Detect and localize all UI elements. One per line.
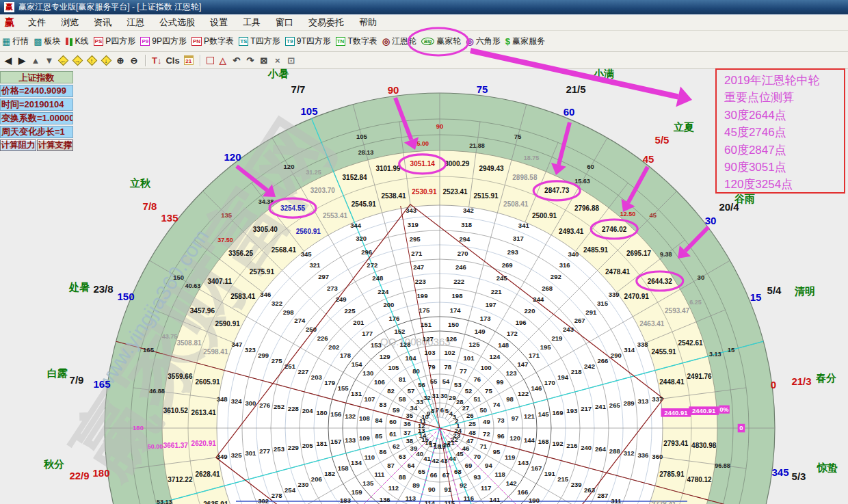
tool-label-service: 赢家服务	[512, 36, 545, 47]
menubar-logo: 赢	[5, 16, 14, 29]
move-up-icon[interactable]: ↑	[87, 55, 98, 66]
menu-item-window[interactable]: 窗口	[268, 16, 301, 29]
menu-item-browse[interactable]: 浏览	[53, 16, 86, 29]
toolbar-separator	[200, 55, 200, 66]
main-toolbar: ▦行情▩板块K线PSP四方形P99P四方形PNP数字表TST四方形T99T四方形…	[0, 31, 848, 52]
tool-label-gann-wheel: 江恩轮	[392, 36, 416, 47]
tool-label-winner-wheel: 赢家轮	[436, 36, 461, 47]
badge-icon: PS	[94, 37, 104, 46]
move-left-icon[interactable]: ←	[58, 55, 69, 66]
instrument-title: 上证指数	[0, 71, 73, 83]
note-line-4: 60度2847点	[724, 142, 844, 159]
move-down-icon[interactable]: ↓	[101, 55, 112, 66]
tool-label-sectors: 板块	[44, 36, 61, 47]
info-row-1: 时间=20190104	[0, 98, 73, 111]
page-last-icon[interactable]: ▶	[17, 56, 27, 65]
rotate-ccw-icon[interactable]: ↶	[232, 56, 241, 65]
badge-icon: TN	[336, 37, 346, 46]
info-panel: 上证指数 价格=2440.9099时间=20190104变换系数=1.00000…	[0, 71, 73, 151]
rotate-cw-icon[interactable]: ↷	[246, 56, 255, 65]
tool-label-t-square: T四方形	[250, 36, 280, 47]
tool-label-quotes: 行情	[12, 36, 29, 47]
draw-triangle-icon[interactable]: △	[218, 56, 228, 65]
tool-label-9p-square: 9P四方形	[152, 36, 187, 47]
zoom-in-icon[interactable]: ⊕	[116, 56, 125, 65]
target-icon: ◎	[466, 37, 473, 46]
menubar: 赢 文件浏览资讯江恩公式选股设置工具窗口交易委托帮助	[0, 15, 848, 31]
tool-label-9t-square: 9T四方形	[297, 36, 331, 47]
tool-gann-wheel[interactable]: ◎江恩轮	[382, 36, 416, 47]
menu-item-news[interactable]: 资讯	[86, 16, 119, 29]
tool-label-p-square: P四方形	[105, 36, 135, 47]
tool-9p-square[interactable]: P99P四方形	[140, 36, 187, 47]
target-icon: ◎	[382, 37, 390, 46]
tool-kline[interactable]: K线	[66, 36, 89, 47]
badge-icon: PN	[191, 37, 202, 46]
tool-t-table[interactable]: TNT数字表	[336, 36, 377, 47]
annotation-note-box: 2019年江恩轮中轮重要点位测算30度2644点45度2746点60度2847点…	[715, 68, 845, 194]
tool-label-t-table: T数字表	[347, 36, 377, 47]
page-first-icon[interactable]: ◀	[3, 56, 13, 65]
tool-9t-square[interactable]: T99T四方形	[285, 36, 331, 47]
draw-square-icon[interactable]	[207, 57, 214, 64]
toolbar-separator	[145, 55, 146, 66]
tool-label-hexagon: 六角形	[476, 36, 501, 47]
info-row-3: 周天变化步长=1	[0, 126, 73, 138]
tool-label-kline: K线	[75, 36, 89, 47]
tool-t-square[interactable]: TST四方形	[239, 36, 280, 47]
info-row-0: 价格=2440.9099	[0, 85, 73, 97]
board-icon[interactable]: ⊡	[287, 56, 296, 65]
menu-item-gann[interactable]: 江恩	[119, 16, 152, 29]
calendar-icon[interactable]: 21	[184, 55, 194, 65]
tool-p-square[interactable]: PSP四方形	[94, 36, 136, 47]
zoom-out-icon[interactable]: ⊖	[129, 56, 139, 65]
app-icon: 赢	[4, 2, 14, 12]
tool-hexagon[interactable]: ◎六角形	[466, 36, 500, 47]
kline-icon	[66, 38, 68, 45]
tool-winner-wheel[interactable]: Big赢家轮	[421, 36, 461, 47]
badge-icon: P9	[140, 37, 150, 46]
cls-icon[interactable]: Cls	[165, 56, 179, 65]
menubar-items: 文件浏览资讯江恩公式选股设置工具窗口交易委托帮助	[21, 16, 384, 29]
flip-up-icon[interactable]: ▲	[31, 56, 40, 65]
menu-item-formula-picker[interactable]: 公式选股	[152, 16, 202, 29]
tool-quotes[interactable]: ▦行情	[2, 36, 29, 47]
t-down-icon[interactable]: T↓	[152, 56, 161, 65]
calc-resistance-button[interactable]: 计算阻力	[0, 140, 36, 151]
flip-down-icon[interactable]: ▼	[44, 56, 54, 65]
badge-icon: T9	[285, 37, 295, 46]
delete-box-icon[interactable]: ⊠	[259, 56, 269, 65]
nav-toolbar: ◀▶▲▼←→↑↓⊕⊖T↓Cls21△↶↷⊠×⊡	[0, 52, 848, 69]
note-line-0: 2019年江恩轮中轮	[724, 72, 844, 89]
menu-item-help[interactable]: 帮助	[352, 16, 384, 29]
info-panel-rows: 价格=2440.9099时间=20190104变换系数=1.00000周天变化步…	[0, 85, 73, 138]
info-row-2: 变换系数=1.00000	[0, 112, 73, 124]
grid-icon: ▦	[2, 37, 10, 46]
badge-icon: TS	[239, 37, 248, 46]
calc-support-button[interactable]: 计算支撑	[37, 140, 73, 151]
tool-label-p-table: P数字表	[204, 36, 234, 47]
note-line-2: 30度2644点	[724, 107, 844, 124]
tool-p-table[interactable]: PNP数字表	[191, 36, 234, 47]
tool-service[interactable]: $赢家服务	[505, 36, 545, 47]
window-title: 赢家江恩专业版[赢家服务平台] - [上证指数 江恩轮]	[18, 1, 201, 13]
note-line-5: 90度3051点	[724, 159, 844, 176]
menu-item-settings[interactable]: 设置	[202, 16, 235, 29]
cross-tool-icon[interactable]: ×	[273, 56, 282, 65]
move-right-icon[interactable]: →	[72, 55, 83, 66]
note-line-6: 120度3254点	[724, 176, 844, 193]
blocks-icon: ▩	[34, 37, 42, 46]
menu-item-file[interactable]: 文件	[21, 16, 53, 29]
menu-item-tools[interactable]: 工具	[235, 16, 268, 29]
note-line-1: 重要点位测算	[724, 89, 844, 106]
titlebar: 赢 赢家江恩专业版[赢家服务平台] - [上证指数 江恩轮]	[0, 0, 848, 15]
note-line-3: 45度2746点	[724, 124, 844, 141]
dollar-icon: $	[505, 37, 510, 46]
big-oval-icon: Big	[421, 38, 434, 45]
menu-item-trade[interactable]: 交易委托	[301, 16, 352, 29]
tool-sectors[interactable]: ▩板块	[34, 36, 60, 47]
